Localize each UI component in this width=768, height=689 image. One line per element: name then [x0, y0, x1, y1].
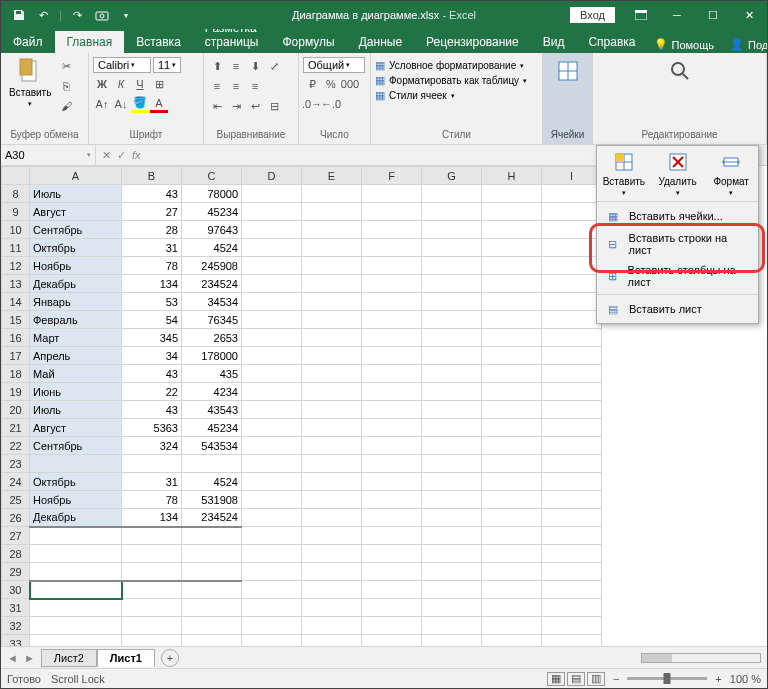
sheet-tab[interactable]: Лист2 [41, 649, 97, 667]
format-as-table-button[interactable]: ▦Форматировать как таблицу ▾ [375, 74, 527, 87]
cell[interactable] [302, 275, 362, 293]
col-header[interactable]: B [122, 167, 182, 185]
cell[interactable] [542, 599, 602, 617]
cell[interactable]: 543534 [182, 437, 242, 455]
cell[interactable] [542, 221, 602, 239]
cell[interactable] [482, 617, 542, 635]
cell[interactable] [182, 545, 242, 563]
col-header[interactable]: G [422, 167, 482, 185]
cell[interactable] [422, 347, 482, 365]
cell[interactable] [362, 455, 422, 473]
cell[interactable]: 234524 [182, 509, 242, 527]
cell[interactable] [242, 221, 302, 239]
cell[interactable] [122, 527, 182, 545]
cell[interactable]: 134 [122, 509, 182, 527]
cell[interactable]: 234524 [182, 275, 242, 293]
cell[interactable]: 43 [122, 401, 182, 419]
fx-icon[interactable]: fx [132, 149, 141, 161]
login-button[interactable]: Вход [570, 7, 615, 23]
cell[interactable] [482, 293, 542, 311]
paste-button[interactable]: Вставить ▾ [5, 55, 55, 110]
cell[interactable] [482, 437, 542, 455]
comma-icon[interactable]: 000 [341, 75, 359, 93]
orient-icon[interactable]: ⤢ [265, 57, 283, 75]
sheet-tab[interactable]: Лист1 [97, 649, 155, 667]
format-painter-icon[interactable]: 🖌 [57, 97, 75, 115]
col-header[interactable]: D [242, 167, 302, 185]
cell[interactable] [422, 185, 482, 203]
cell[interactable] [422, 491, 482, 509]
cell[interactable] [482, 491, 542, 509]
cell[interactable] [482, 581, 542, 599]
cell[interactable] [482, 401, 542, 419]
cell[interactable]: 31 [122, 473, 182, 491]
cell[interactable] [30, 545, 122, 563]
cell[interactable] [362, 599, 422, 617]
insert-rows-item[interactable]: ⊟Вставить строки на лист [597, 228, 758, 260]
cell[interactable] [362, 563, 422, 581]
cell[interactable] [362, 239, 422, 257]
minimize-icon[interactable]: ─ [659, 1, 695, 29]
row-header[interactable]: 19 [2, 383, 30, 401]
cell[interactable] [302, 311, 362, 329]
cell[interactable]: Май [30, 365, 122, 383]
cell[interactable] [542, 617, 602, 635]
cell[interactable]: 78 [122, 491, 182, 509]
ribbon-display-icon[interactable] [623, 1, 659, 29]
cell[interactable] [30, 527, 122, 545]
align-center-icon[interactable]: ≡ [227, 77, 245, 95]
decrease-font-icon[interactable]: A↓ [112, 95, 130, 113]
cell[interactable] [482, 347, 542, 365]
cell[interactable] [482, 239, 542, 257]
copy-icon[interactable]: ⎘ [57, 77, 75, 95]
cell[interactable]: 178000 [182, 347, 242, 365]
undo-icon[interactable]: ↶ [35, 7, 51, 23]
font-color-icon[interactable]: A [150, 95, 168, 113]
redo-icon[interactable]: ↷ [70, 7, 86, 23]
cell[interactable] [30, 581, 122, 599]
cell[interactable] [182, 581, 242, 599]
insert-cols-item[interactable]: ⊞Вставить столбцы на лист [597, 260, 758, 292]
cell[interactable] [362, 185, 422, 203]
col-header[interactable]: E [302, 167, 362, 185]
cell[interactable] [242, 347, 302, 365]
cell[interactable] [242, 185, 302, 203]
cell[interactable] [422, 635, 482, 647]
increase-font-icon[interactable]: A↑ [93, 95, 111, 113]
cell[interactable]: 4524 [182, 239, 242, 257]
cell[interactable] [30, 635, 122, 647]
cell[interactable] [242, 563, 302, 581]
fill-color-icon[interactable]: 🪣 [131, 95, 149, 113]
cell[interactable] [422, 257, 482, 275]
cell[interactable]: Март [30, 329, 122, 347]
row-header[interactable]: 16 [2, 329, 30, 347]
tab-review[interactable]: Рецензирование [414, 31, 531, 53]
cell[interactable] [542, 527, 602, 545]
underline-icon[interactable]: Ч [131, 75, 149, 93]
cell[interactable] [362, 509, 422, 527]
zoom-level[interactable]: 100 % [730, 673, 761, 685]
cell[interactable] [30, 563, 122, 581]
cell[interactable] [242, 617, 302, 635]
cell[interactable] [422, 455, 482, 473]
tab-view[interactable]: Вид [531, 31, 577, 53]
cell[interactable] [302, 419, 362, 437]
cell[interactable] [422, 239, 482, 257]
row-header[interactable]: 27 [2, 527, 30, 545]
cell[interactable] [542, 185, 602, 203]
cell[interactable] [542, 581, 602, 599]
cell[interactable] [422, 275, 482, 293]
cell[interactable] [482, 419, 542, 437]
cell[interactable] [542, 275, 602, 293]
cell[interactable] [482, 527, 542, 545]
cell[interactable] [242, 491, 302, 509]
hscroll[interactable] [641, 653, 761, 663]
cell-styles-button[interactable]: ▦Стили ячеек ▾ [375, 89, 527, 102]
cell[interactable]: 34534 [182, 293, 242, 311]
cell[interactable] [302, 491, 362, 509]
row-header[interactable]: 13 [2, 275, 30, 293]
cell[interactable] [302, 599, 362, 617]
cell[interactable]: 435 [182, 365, 242, 383]
view-page-icon[interactable]: ▤ [567, 672, 585, 686]
row-header[interactable]: 8 [2, 185, 30, 203]
